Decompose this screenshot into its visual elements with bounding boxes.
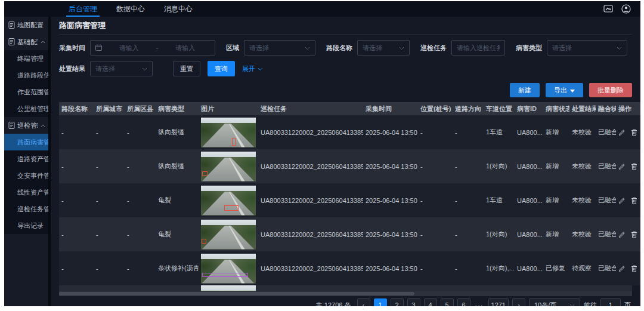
page-next-button[interactable]: › [512, 298, 525, 306]
cell: 已融合 [596, 251, 616, 285]
sidebar-item[interactable]: 公里桩管理 [4, 100, 48, 117]
road-photo[interactable] [201, 220, 256, 250]
sidebar-item[interactable]: 地图配置 [4, 17, 48, 33]
cell: UA800331220002_20250604133852059 [258, 115, 363, 149]
table-row[interactable]: ---纵向裂缝UA800331220002_202506041338520592… [59, 149, 640, 183]
task-input[interactable] [457, 44, 500, 51]
page-buttons: 123456···1271 [374, 298, 509, 306]
cell: 已融合 [596, 115, 616, 149]
user-avatar-icon[interactable] [621, 4, 631, 14]
column-header: 车道位置 [484, 102, 515, 115]
sidebar-item[interactable]: 线性资产管理 [4, 184, 48, 201]
table-row[interactable]: ---条状修补(沥青)UA800331220002_20250604133852… [59, 251, 640, 285]
data-table: 路段名称所属城市所属区县病害类型图片巡检任务采集时间位置(桩号)道路方向车道位置… [59, 102, 640, 285]
cell: - [125, 115, 156, 149]
edit-icon[interactable] [618, 129, 626, 136]
page-button[interactable]: 6 [457, 298, 470, 306]
road-photo[interactable] [201, 186, 256, 215]
column-header: 采集时间 [363, 102, 418, 115]
delete-icon[interactable] [631, 129, 637, 136]
collect-time-end-input[interactable] [160, 44, 210, 51]
page-button[interactable]: 5 [441, 298, 454, 306]
delete-icon[interactable] [631, 231, 637, 238]
sidebar-item[interactable]: 道路资产管理 [4, 150, 48, 167]
cell: - [125, 251, 156, 285]
top-tab[interactable]: 消息中心 [154, 1, 202, 17]
top-tab[interactable]: 后台管理 [59, 1, 107, 17]
edit-icon[interactable] [618, 265, 626, 272]
sidebar-item[interactable]: 路面病害管理 [4, 134, 48, 150]
sidebar-item[interactable]: 作业范围管理 [4, 84, 48, 100]
sidebar-item[interactable]: 巡检任务管理 [4, 201, 48, 217]
sidebar-item[interactable]: 道路路段信息 [4, 67, 48, 84]
pagination: 共 12706 条 ‹ 123456···1271 › 10条/页 前往 页 [59, 296, 632, 306]
road-name-select[interactable]: 请选择 [357, 40, 410, 56]
result-select[interactable]: 请选择 [90, 61, 153, 76]
cell: - [94, 217, 125, 251]
partial-table-row [59, 285, 632, 291]
screenshot-icon[interactable] [603, 5, 613, 13]
cell: - [94, 115, 125, 149]
scrollbar-thumb[interactable] [59, 292, 414, 295]
page-size-select[interactable]: 10条/页 [529, 298, 580, 306]
edit-icon[interactable] [618, 163, 626, 170]
expand-toggle[interactable]: 展开 [242, 64, 263, 73]
sidebar-item[interactable]: 基础配置 [4, 33, 48, 50]
collect-time-range[interactable]: - [90, 40, 215, 56]
collect-time-start-input[interactable] [104, 44, 154, 51]
page-ellipsis[interactable]: ··· [474, 301, 485, 306]
batch-delete-button[interactable]: 批量删除 [589, 83, 632, 97]
road-photo[interactable] [201, 118, 256, 147]
filter-region: 区域 请选择 [226, 40, 315, 56]
ops-cell [616, 183, 640, 217]
disease-type-select[interactable]: 请选择 [547, 40, 627, 56]
cell: - [418, 115, 453, 149]
cell: 未校验 [569, 115, 596, 149]
road-photo[interactable] [201, 152, 256, 181]
goto-label: 前往 [584, 301, 597, 307]
cell: 新增 [543, 115, 569, 149]
cell: 纵向裂缝 [156, 149, 199, 183]
cell: UA800... [515, 115, 543, 149]
cell: UA800331220002_20250604133852059 [258, 251, 363, 285]
delete-icon[interactable] [631, 163, 637, 170]
goto-page-input[interactable] [600, 298, 621, 306]
delete-icon[interactable] [631, 265, 637, 272]
sidebar-item[interactable]: 终端管理 [4, 50, 48, 67]
page-button[interactable]: 4 [424, 298, 437, 306]
table-row[interactable]: ---龟裂UA800331220002_20250604133852059202… [59, 217, 640, 251]
table-row[interactable]: ---龟裂UA800331220002_20250604133852059202… [59, 183, 640, 217]
reset-button[interactable]: 重置 [173, 61, 200, 76]
sidebar-item[interactable]: 交安事件管理 [4, 167, 48, 184]
export-button[interactable]: 导出 [546, 83, 583, 97]
column-header: 路段名称 [59, 102, 94, 115]
top-tab[interactable]: 数据中心 [107, 1, 154, 17]
column-header: 处置结果 [569, 102, 596, 115]
ops-cell [616, 217, 640, 251]
filter-panel: 采集时间 - 区域 请选择 [59, 35, 632, 82]
data-table-wrap: 路段名称所属城市所属区县病害类型图片巡检任务采集时间位置(桩号)道路方向车道位置… [59, 102, 632, 296]
cell: 未校验 [569, 183, 596, 217]
edit-icon[interactable] [618, 231, 626, 238]
cell: UA800... [515, 183, 543, 217]
cell: 2025-06-04 13:50 [363, 115, 418, 149]
road-name-label: 路段名称 [326, 44, 352, 53]
horizontal-scrollbar[interactable] [59, 291, 632, 296]
search-button[interactable]: 查询 [208, 61, 235, 76]
page-button[interactable]: 3 [407, 298, 420, 306]
sidebar-item[interactable]: 导出记录 [4, 217, 48, 234]
page-button[interactable]: 1271 [488, 298, 509, 306]
filter-collect-time: 采集时间 - [59, 40, 215, 56]
page-button[interactable]: 1 [374, 298, 387, 306]
column-header: 图片 [199, 102, 258, 115]
road-photo[interactable] [201, 254, 256, 284]
page-prev-button[interactable]: ‹ [357, 298, 370, 306]
edit-icon[interactable] [618, 197, 626, 204]
create-button[interactable]: 新建 [510, 83, 540, 97]
delete-icon[interactable] [631, 197, 637, 204]
table-row[interactable]: ---纵向裂缝UA800331220002_202506041338520592… [59, 115, 640, 149]
cell: - [453, 149, 484, 183]
region-select[interactable]: 请选择 [244, 40, 315, 56]
page-button[interactable]: 2 [391, 298, 404, 306]
sidebar-item[interactable]: 巡检管理 [4, 117, 48, 134]
